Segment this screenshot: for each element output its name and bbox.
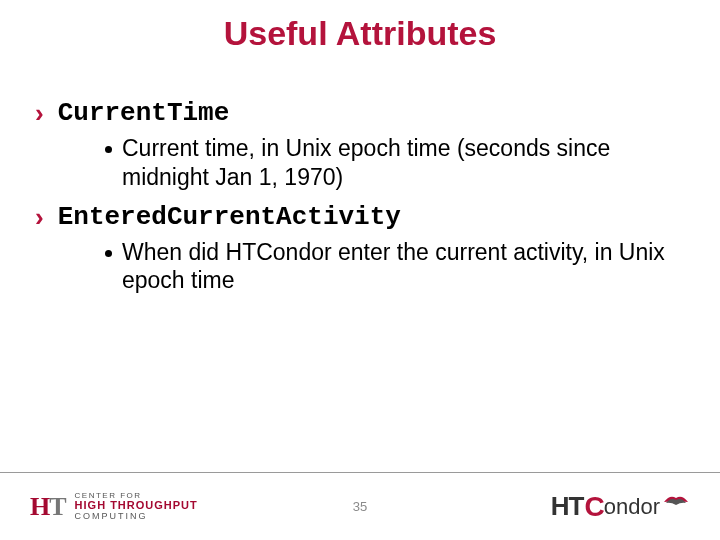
list-subitem: Current time, in Unix epoch time (second… <box>35 134 685 192</box>
list-item: › CurrentTime <box>35 98 685 128</box>
chtc-logo: HT CENTER FOR HIGH THROUGHPUT COMPUTING <box>30 492 198 521</box>
condor-bird-icon <box>662 492 690 508</box>
content-area: › CurrentTime Current time, in Unix epoc… <box>0 53 720 295</box>
ht-mark-icon: HT <box>30 494 67 520</box>
chevron-icon: › <box>35 100 44 126</box>
logo-line: COMPUTING <box>75 512 198 521</box>
attribute-desc: Current time, in Unix epoch time (second… <box>122 134 685 192</box>
list-item: › EnteredCurrentActivity <box>35 202 685 232</box>
slide-title: Useful Attributes <box>0 0 720 53</box>
logo-text: ondor <box>604 494 660 520</box>
logo-text: HT <box>551 491 584 522</box>
footer: HT CENTER FOR HIGH THROUGHPUT COMPUTING … <box>0 472 720 540</box>
bullet-icon <box>105 250 112 257</box>
attribute-name: EnteredCurrentActivity <box>58 202 401 232</box>
htcondor-logo: HT C ondor <box>551 491 690 523</box>
attribute-name: CurrentTime <box>58 98 230 128</box>
list-subitem: When did HTCondor enter the current acti… <box>35 238 685 296</box>
attribute-desc: When did HTCondor enter the current acti… <box>122 238 685 296</box>
logo-text: C <box>584 491 604 523</box>
bullet-icon <box>105 146 112 153</box>
page-number: 35 <box>353 499 367 514</box>
chevron-icon: › <box>35 204 44 230</box>
